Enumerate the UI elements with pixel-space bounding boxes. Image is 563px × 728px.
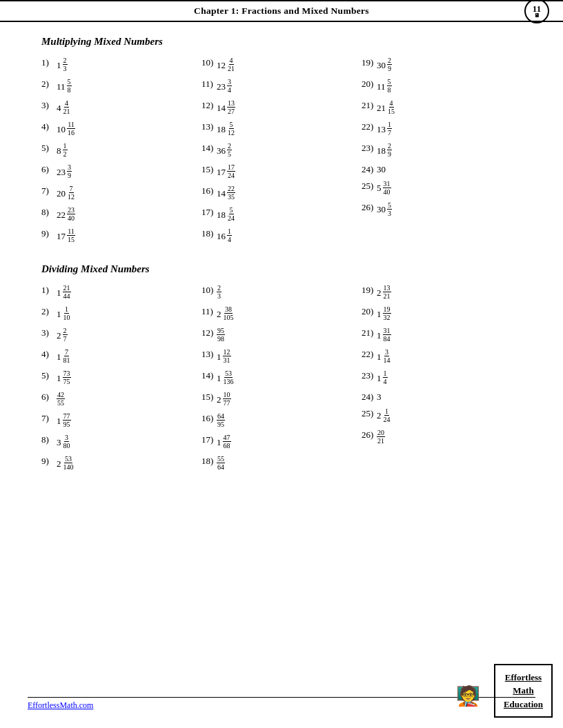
chapter-title: Chapter 1: Fractions and Mixed Numbers: [194, 6, 369, 17]
page-number: 11 🖥: [524, 0, 549, 23]
list-item: 13)18512: [201, 121, 358, 137]
list-item: 16)6495: [201, 413, 358, 429]
list-item: 15)21077: [201, 392, 358, 407]
person-icon: 🧑‍🏫: [456, 685, 480, 707]
list-item: 5)17375: [41, 370, 198, 386]
list-item: 20)11932: [362, 306, 518, 322]
page: Chapter 1: Fractions and Mixed Numbers 1…: [0, 0, 563, 728]
list-item: 4)101116: [41, 121, 198, 137]
list-item: 14)3625: [201, 143, 358, 159]
list-item: 5)812: [41, 143, 198, 159]
list-item: 6)4255: [41, 392, 198, 407]
list-item: 12)9598: [201, 327, 358, 343]
list-item: 6)2339: [41, 164, 198, 180]
list-item: 2)1158: [41, 79, 198, 94]
list-item: 21)13184: [362, 327, 518, 343]
list-item: 15)171724: [201, 164, 358, 180]
list-item: 26)2021: [362, 429, 518, 445]
list-item: 17)14768: [201, 434, 358, 450]
section2-problems: 1)121442)11103)2274)17815)173756)42557)1…: [41, 285, 522, 477]
section1-problems: 1)1232)11583)44214)1011165)8126)23397)20…: [41, 57, 522, 250]
brand-box: Effortless Math Education: [494, 664, 553, 718]
list-item: 11)238105: [201, 306, 358, 322]
list-item: 9)253140: [41, 456, 198, 472]
section2-title: Dividing Mixed Numbers: [41, 263, 522, 275]
list-item: 25)53140: [362, 181, 518, 196]
list-item: 23)114: [362, 370, 518, 386]
list-item: 24)3: [362, 392, 518, 403]
list-item: 9)171115: [41, 228, 198, 244]
list-item: 25)2124: [362, 408, 518, 424]
list-item: 1)123: [41, 57, 198, 73]
list-item: 1)12144: [41, 285, 198, 301]
footer-url[interactable]: EffortlessMath.com: [28, 700, 93, 711]
list-item: 4)1781: [41, 349, 198, 365]
list-item: 24)30: [362, 164, 518, 175]
list-item: 8)3380: [41, 434, 198, 450]
list-item: 8)222340: [41, 207, 198, 223]
list-item: 19)3029: [362, 57, 518, 73]
list-item: 14)153136: [201, 370, 358, 386]
list-item: 10)23: [201, 285, 358, 301]
list-item: 2)1110: [41, 306, 198, 322]
list-item: 22)1314: [362, 349, 518, 365]
list-item: 13)11231: [201, 349, 358, 365]
list-item: 26)3053: [362, 202, 518, 218]
list-item: 7)17795: [41, 413, 198, 429]
list-item: 16)142235: [201, 185, 358, 201]
list-item: 10)12421: [201, 57, 358, 73]
list-item: 12)141327: [201, 100, 358, 116]
section1-title: Multiplying Mixed Numbers: [41, 36, 522, 48]
list-item: 18)1614: [201, 228, 358, 244]
list-item: 21)21415: [362, 100, 518, 116]
list-item: 17)18524: [201, 207, 358, 223]
list-item: 22)1317: [362, 121, 518, 137]
page-content: Multiplying Mixed Numbers 1)1232)11583)4…: [0, 36, 563, 477]
list-item: 18)5564: [201, 456, 358, 472]
list-item: 23)1829: [362, 143, 518, 159]
list-item: 7)20712: [41, 185, 198, 201]
list-item: 3)227: [41, 327, 198, 343]
list-item: 11)2334: [201, 79, 358, 94]
list-item: 20)1158: [362, 79, 518, 94]
list-item: 3)4421: [41, 100, 198, 116]
list-item: 19)21321: [362, 285, 518, 301]
page-header: Chapter 1: Fractions and Mixed Numbers 1…: [0, 0, 563, 22]
